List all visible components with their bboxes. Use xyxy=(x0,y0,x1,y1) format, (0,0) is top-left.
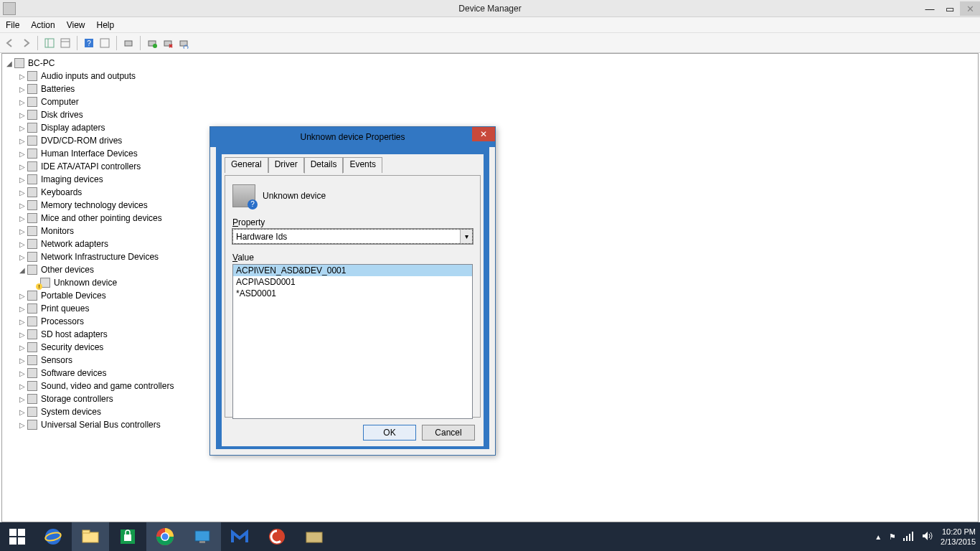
start-button[interactable] xyxy=(0,522,34,551)
taskbar-app-explorer[interactable] xyxy=(72,522,109,551)
svg-rect-13 xyxy=(18,529,25,536)
taskbar-app-malwarebytes[interactable] xyxy=(221,522,258,551)
tree-item-label: Sound, video and game controllers xyxy=(41,381,174,391)
tab-events[interactable]: Events xyxy=(343,157,382,173)
svg-text:?: ? xyxy=(87,39,91,47)
expander-icon[interactable]: ▷ xyxy=(18,189,27,197)
close-button[interactable]: ✕ xyxy=(960,1,980,16)
device-category-icon xyxy=(27,109,38,121)
expander-icon[interactable]: ▷ xyxy=(18,85,27,93)
device-category-icon xyxy=(27,96,38,108)
window-titlebar: Device Manager — ▭ ✕ xyxy=(0,0,980,17)
taskbar-app-store[interactable] xyxy=(109,522,146,551)
systray-up-icon[interactable]: ▲ xyxy=(875,533,882,541)
tree-item-2[interactable]: ▷Computer xyxy=(5,95,978,108)
tree-item-label: Other devices xyxy=(41,265,94,275)
expander-icon[interactable]: ◢ xyxy=(5,60,14,67)
properties-icon[interactable] xyxy=(58,36,72,50)
systray-network-icon[interactable] xyxy=(903,531,915,542)
tree-item-label: DVD/CD-ROM drives xyxy=(41,136,122,146)
expander-icon[interactable]: ▷ xyxy=(18,292,27,300)
expander-icon[interactable]: ▷ xyxy=(18,305,27,313)
menu-view[interactable]: View xyxy=(67,20,85,30)
minimize-button[interactable]: — xyxy=(920,1,940,16)
menu-file[interactable]: File xyxy=(6,20,19,30)
tree-item-label: BC-PC xyxy=(28,58,55,68)
dialog-close-button[interactable]: ✕ xyxy=(472,127,495,141)
uninstall-icon[interactable] xyxy=(161,36,175,50)
show-hide-icon[interactable] xyxy=(42,36,57,50)
tab-content-details: Unknown device Property Hardware Ids ▾ V… xyxy=(225,175,481,418)
value-row[interactable]: ACPI\VEN_ASD&DEV_0001 xyxy=(233,265,472,276)
expander-icon[interactable]: ▷ xyxy=(18,227,27,235)
taskbar-app-ccleaner[interactable] xyxy=(258,522,296,551)
expander-icon[interactable]: ▷ xyxy=(18,72,27,80)
scan-icon[interactable] xyxy=(98,36,112,50)
expander-icon[interactable]: ▷ xyxy=(18,357,27,364)
taskbar-app-ie[interactable] xyxy=(34,522,72,551)
scan-hardware-icon[interactable] xyxy=(176,36,191,50)
svg-rect-12 xyxy=(9,529,17,536)
value-listbox[interactable]: ACPI\VEN_ASD&DEV_0001ACPI\ASD0001*ASD000… xyxy=(232,264,473,419)
menu-help[interactable]: Help xyxy=(97,20,115,30)
expander-icon[interactable]: ▷ xyxy=(18,421,27,429)
systray-flag-icon[interactable]: ⚑ xyxy=(889,532,896,542)
expander-icon[interactable]: ▷ xyxy=(18,176,27,184)
tab-driver[interactable]: Driver xyxy=(268,157,304,173)
taskbar-app-devmgr[interactable] xyxy=(184,522,221,551)
update-driver-icon[interactable] xyxy=(121,36,136,50)
expander-icon[interactable]: ▷ xyxy=(18,408,27,416)
svg-rect-18 xyxy=(83,532,98,542)
expander-icon[interactable]: ▷ xyxy=(18,318,27,326)
device-category-icon xyxy=(27,380,38,392)
taskbar-app-chrome[interactable] xyxy=(146,522,184,551)
expander-icon[interactable]: ▷ xyxy=(18,344,27,352)
expander-icon[interactable]: ▷ xyxy=(18,395,27,403)
svg-rect-31 xyxy=(906,536,908,541)
forward-icon[interactable] xyxy=(19,36,33,50)
tree-item-3[interactable]: ▷Disk drives xyxy=(5,108,978,121)
expander-icon[interactable]: ▷ xyxy=(18,124,27,132)
tab-details[interactable]: Details xyxy=(304,157,344,174)
property-dropdown[interactable]: Hardware Ids ▾ xyxy=(232,229,473,244)
expander-icon[interactable]: ▷ xyxy=(18,215,27,222)
systray-clock[interactable]: 10:20 PM 2/13/2015 xyxy=(941,527,976,547)
svg-rect-29 xyxy=(306,532,322,542)
enable-icon[interactable] xyxy=(145,36,159,50)
expander-icon[interactable]: ▷ xyxy=(18,202,27,209)
maximize-button[interactable]: ▭ xyxy=(940,1,960,16)
value-row[interactable]: ACPI\ASD0001 xyxy=(233,276,472,288)
expander-icon[interactable]: ▷ xyxy=(18,382,27,390)
tree-item-label: IDE ATA/ATAPI controllers xyxy=(41,161,141,171)
menu-action[interactable]: Action xyxy=(31,20,55,30)
expander-icon[interactable]: ▷ xyxy=(18,137,27,145)
tree-item-1[interactable]: ▷Batteries xyxy=(5,83,978,95)
tree-root[interactable]: ◢BC-PC xyxy=(5,57,978,70)
expander-icon[interactable]: ◢ xyxy=(18,266,27,274)
dialog-titlebar[interactable]: Unknown device Properties ✕ xyxy=(210,127,495,147)
expander-icon[interactable]: ▷ xyxy=(18,253,27,261)
svg-rect-30 xyxy=(903,538,905,541)
tree-item-0[interactable]: ▷Audio inputs and outputs xyxy=(5,70,978,83)
expander-icon[interactable]: ▷ xyxy=(18,369,27,377)
ok-button[interactable]: OK xyxy=(363,425,416,441)
tab-general[interactable]: General xyxy=(225,157,268,173)
svg-rect-33 xyxy=(912,532,913,541)
help-icon[interactable]: ? xyxy=(82,36,96,50)
cancel-button[interactable]: Cancel xyxy=(422,425,475,441)
expander-icon[interactable]: ▷ xyxy=(18,240,27,248)
expander-icon[interactable]: ▷ xyxy=(18,111,27,119)
device-category-icon xyxy=(27,135,38,146)
systray-volume-icon[interactable] xyxy=(922,531,933,542)
tree-item-label: Disk drives xyxy=(41,110,83,120)
value-row[interactable]: *ASD0001 xyxy=(233,288,472,299)
expander-icon[interactable]: ▷ xyxy=(18,98,27,106)
expander-icon[interactable]: ▷ xyxy=(18,163,27,171)
taskbar-app-explorer-window[interactable] xyxy=(296,522,333,551)
svg-rect-7 xyxy=(125,41,132,46)
device-category-icon xyxy=(27,303,38,314)
device-name-label: Unknown device xyxy=(263,191,326,201)
expander-icon[interactable]: ▷ xyxy=(18,331,27,339)
expander-icon[interactable]: ▷ xyxy=(18,150,27,158)
back-icon[interactable] xyxy=(3,36,17,50)
